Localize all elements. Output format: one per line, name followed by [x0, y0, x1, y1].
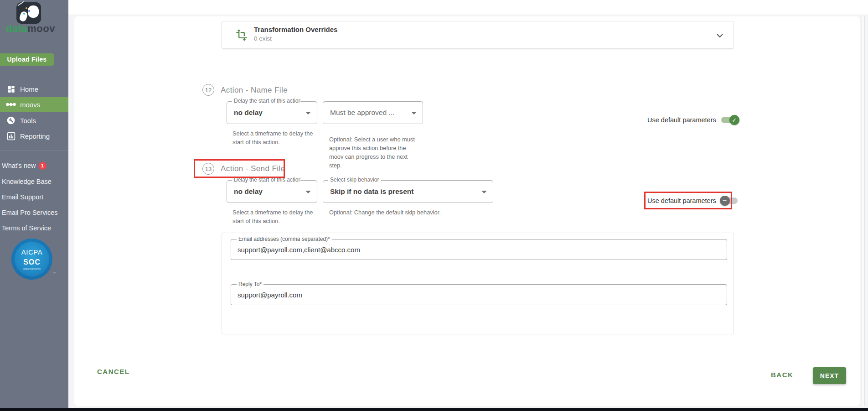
email-addresses-field: Email addresses (comma separated)*	[231, 239, 727, 260]
logo-dot	[23, 13, 25, 15]
chevron-down-icon[interactable]	[716, 32, 723, 37]
bar-chart-icon	[6, 131, 16, 141]
delay-select-step13[interactable]: Delay the start of this action no delay	[227, 180, 317, 203]
brand-wordmark: datamoov	[6, 23, 55, 35]
dropdown-arrow-icon	[305, 191, 311, 193]
toggle-thumb-check-icon	[729, 115, 739, 125]
scrollbar[interactable]	[862, 16, 865, 406]
toggle-label: Use default parameters	[647, 197, 716, 204]
whats-new-badge: 1	[39, 162, 46, 170]
sidebar-item-label: Home	[20, 85, 38, 93]
link-knowledge-base[interactable]: Knowledge Base	[2, 178, 52, 185]
aicpa-soc-badge: AICPA SOC aicpa.org/soc4so	[11, 239, 52, 280]
next-button[interactable]: NEXT	[813, 367, 846, 384]
app-screen: datamoov Upload Files Home moovs Tools R…	[0, 0, 868, 411]
link-terms-of-service[interactable]: Terms of Service	[2, 224, 51, 232]
card-title: Transformation Overrides	[254, 26, 337, 33]
helper-text: Optional: Change the default skip behavi…	[329, 208, 521, 217]
use-default-parameters-step12: Use default parameters	[647, 115, 739, 125]
dropdown-arrow-icon	[481, 191, 487, 193]
reply-to-input[interactable]	[238, 285, 716, 305]
helper-text: Select a timeframe to delay the start of…	[232, 208, 320, 225]
link-whats-new[interactable]: What's new1	[2, 162, 46, 170]
dropdown-arrow-icon	[411, 112, 417, 114]
helper-text: Optional: Select a user who must approve…	[329, 135, 416, 170]
sidebar-divider	[0, 151, 68, 151]
default-parameters-toggle[interactable]	[720, 115, 739, 125]
delay-select-step12[interactable]: Delay the start of this action no delay	[227, 101, 317, 124]
sidebar-item-label: moovs	[20, 101, 40, 109]
logo-shape	[19, 10, 28, 22]
window-bottom-edge	[0, 408, 868, 411]
sidebar: datamoov Upload Files Home moovs Tools R…	[0, 0, 68, 408]
sidebar-item-tools[interactable]: Tools	[0, 114, 68, 127]
select-value: Skip if no data is present	[330, 181, 413, 203]
card-subtitle: 0 exist	[254, 35, 272, 42]
send-file-parameters-card: Email addresses (comma separated)* Reply…	[222, 233, 734, 334]
wrench-circle-icon	[6, 115, 16, 125]
helper-text: Select a timeframe to delay the start of…	[232, 129, 320, 146]
transformation-overrides-card[interactable]: Transformation Overrides 0 exist	[222, 21, 734, 49]
logo-dot	[26, 7, 27, 9]
link-email-pro-services[interactable]: Email Pro Services	[2, 209, 57, 216]
moovs-dots-icon	[6, 99, 16, 109]
select-value: no delay	[234, 181, 263, 203]
transform-icon	[235, 29, 248, 42]
select-value: Must be approved ...	[330, 102, 394, 124]
default-parameters-toggle[interactable]	[720, 196, 739, 206]
cancel-button[interactable]: CANCEL	[97, 368, 130, 375]
sidebar-item-reporting[interactable]: Reporting	[0, 129, 68, 143]
trademark-symbol: ™	[53, 272, 56, 275]
select-value: no delay	[234, 102, 263, 124]
dropdown-arrow-icon	[305, 112, 311, 114]
logo-motion-line	[20, 1, 24, 5]
reply-to-field: Reply To*	[231, 284, 727, 305]
step-title-12: Action - Name File	[221, 86, 288, 95]
brand-logo-icon[interactable]	[16, 2, 41, 24]
back-button[interactable]: BACK	[771, 371, 793, 379]
email-addresses-input[interactable]	[238, 239, 716, 260]
logo-dot	[28, 10, 30, 12]
step-title-13: Action - Send File	[221, 164, 285, 173]
step-number-13: 13	[202, 163, 214, 175]
link-email-support[interactable]: Email Support	[2, 193, 43, 201]
upload-files-button[interactable]: Upload Files	[0, 53, 54, 66]
use-default-parameters-step13: Use default parameters	[647, 196, 739, 206]
toggle-thumb-minus-icon	[720, 196, 730, 206]
dashboard-icon	[6, 84, 16, 94]
sidebar-item-label: Reporting	[20, 132, 50, 140]
sidebar-item-home[interactable]: Home	[0, 82, 68, 96]
toggle-label: Use default parameters	[647, 116, 716, 124]
step-number-12: 12	[202, 84, 214, 96]
sidebar-item-label: Tools	[20, 117, 36, 125]
skip-behavior-select-step13[interactable]: Select skip behavior Skip if no data is …	[323, 180, 493, 203]
topbar	[68, 0, 868, 15]
badge-divider	[22, 257, 41, 257]
approver-select-step12[interactable]: Must be approved ...	[323, 101, 423, 124]
sidebar-item-moovs[interactable]: moovs	[0, 97, 68, 112]
